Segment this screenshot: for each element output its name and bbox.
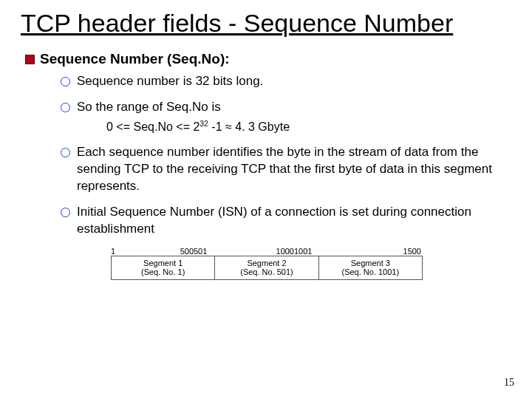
segment-3-seq: (Seq. No. 1001) xyxy=(319,267,422,277)
page-number: 15 xyxy=(504,377,514,389)
sub-bullet-4-text: Initial Sequence Number (ISN) of a conne… xyxy=(77,205,471,236)
segment-box-1: Segment 1 (Seq. No. 1) xyxy=(112,256,215,279)
tick-1001: 1001 xyxy=(294,247,325,256)
segment-3-name: Segment 3 xyxy=(319,259,422,268)
sub-bullet-list: Sequence number is 32 bits long. So the … xyxy=(61,73,511,237)
range-post: -1 ≈ 4. 3 Gbyte xyxy=(208,120,290,133)
bullet-main: Sequence Number (Seq.No): Sequence numbe… xyxy=(24,51,511,237)
sub-bullet-1: Sequence number is 32 bits long. xyxy=(61,73,511,90)
sub-bullet-1-text: Sequence number is 32 bits long. xyxy=(77,74,263,88)
sub-bullet-4: Initial Sequence Number (ISN) of a conne… xyxy=(61,204,511,238)
range-pre: 0 <= Seq.No <= 2 xyxy=(106,120,200,133)
segment-1-seq: (Seq. No. 1) xyxy=(112,267,214,277)
tick-1500: 1500 xyxy=(325,247,421,256)
segment-tick-labels: 1 500 501 1000 1001 1500 xyxy=(111,247,421,256)
segment-1-name: Segment 1 xyxy=(112,259,214,268)
segment-diagram: 1 500 501 1000 1001 1500 Segment 1 (Seq.… xyxy=(111,247,421,280)
tick-1000: 1000 xyxy=(220,247,294,256)
sub-bullet-2: So the range of Seq.No is 0 <= Seq.No <=… xyxy=(61,99,511,135)
segment-2-seq: (Seq. No. 501) xyxy=(215,267,318,277)
bullet-list: Sequence Number (Seq.No): Sequence numbe… xyxy=(24,51,511,237)
tick-500: 500 xyxy=(115,247,194,256)
slide: TCP header fields - Sequence Number Sequ… xyxy=(0,0,532,399)
segment-box-2: Segment 2 (Seq. No. 501) xyxy=(215,256,318,279)
segment-box-3: Segment 3 (Seq. No. 1001) xyxy=(319,256,422,279)
slide-title: TCP header fields - Sequence Number xyxy=(21,9,511,38)
segment-boxes: Segment 1 (Seq. No. 1) Segment 2 (Seq. N… xyxy=(111,256,423,280)
sub-bullet-2-text: So the range of Seq.No is xyxy=(77,100,221,114)
range-exp: 32 xyxy=(200,120,208,128)
sub-bullet-3: Each sequence number identifies the byte… xyxy=(61,144,511,195)
sub-bullet-3-text: Each sequence number identifies the byte… xyxy=(77,145,492,193)
range-expression: 0 <= Seq.No <= 232 -1 ≈ 4. 3 Gbyte xyxy=(106,119,511,135)
tick-501: 501 xyxy=(194,247,220,256)
bullet-main-text: Sequence Number (Seq.No): xyxy=(40,51,230,66)
segment-2-name: Segment 2 xyxy=(215,259,318,268)
